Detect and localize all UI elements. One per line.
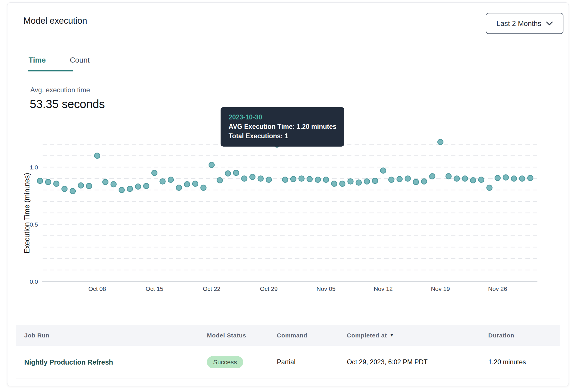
data-point[interactable] <box>283 177 288 183</box>
column-header-model-status: Model Status <box>207 332 277 339</box>
data-point[interactable] <box>323 177 329 183</box>
x-tick-label: Oct 08 <box>88 285 106 292</box>
table-header-row: Job Run Model Status Command Completed a… <box>16 325 560 346</box>
data-point[interactable] <box>70 189 75 194</box>
y-axis-title: Execution Time (minutes) <box>23 173 31 253</box>
data-point[interactable] <box>54 181 59 187</box>
status-badge: Success <box>207 356 243 368</box>
x-tick-label: Nov 19 <box>431 285 450 292</box>
data-point[interactable] <box>86 183 92 189</box>
data-point[interactable] <box>242 176 247 181</box>
job-run-link[interactable]: Nightly Production Refresh <box>24 358 113 366</box>
data-point[interactable] <box>160 179 165 184</box>
x-tick-label: Nov 26 <box>488 285 507 292</box>
column-header-job-run: Job Run <box>24 332 207 339</box>
tooltip-avg-execution-time: AVG Execution Time: 1.20 minutes <box>229 122 336 131</box>
y-tick-label: 1.0 <box>30 164 38 171</box>
data-point[interactable] <box>397 177 402 182</box>
data-point[interactable] <box>487 185 492 191</box>
data-point[interactable] <box>405 176 411 181</box>
data-point[interactable] <box>258 176 263 181</box>
data-point[interactable] <box>225 171 231 176</box>
data-point[interactable] <box>389 177 394 183</box>
tooltip-date: 2023-10-30 <box>229 112 336 122</box>
data-point[interactable] <box>143 183 149 189</box>
data-point[interactable] <box>503 175 509 180</box>
data-point[interactable] <box>495 175 500 181</box>
data-point[interactable] <box>119 187 125 193</box>
data-point[interactable] <box>511 176 517 181</box>
data-point[interactable] <box>233 170 239 176</box>
data-point[interactable] <box>152 170 157 176</box>
data-point[interactable] <box>356 180 361 185</box>
x-tick-label: Nov 05 <box>317 285 336 292</box>
chart-tooltip: 2023-10-30 AVG Execution Time: 1.20 minu… <box>221 107 344 147</box>
data-point[interactable] <box>381 168 386 173</box>
column-header-completed-at[interactable]: Completed at▼ <box>347 332 488 339</box>
data-point[interactable] <box>331 181 337 187</box>
command-cell: Partial <box>277 358 347 366</box>
table-row: Nightly Production Refresh Success Parti… <box>16 346 560 379</box>
data-point[interactable] <box>291 177 296 182</box>
data-point[interactable] <box>429 174 435 179</box>
data-point[interactable] <box>372 178 378 184</box>
tooltip-total-executions: Total Executions: 1 <box>229 131 336 141</box>
data-point[interactable] <box>421 179 427 184</box>
data-point[interactable] <box>135 184 141 189</box>
data-point[interactable] <box>127 186 133 192</box>
data-point[interactable] <box>62 186 67 192</box>
data-point[interactable] <box>184 182 190 187</box>
completed-at-cell: Oct 29, 2023, 6:02 PM PDT <box>347 358 488 366</box>
data-point[interactable] <box>299 176 304 181</box>
data-point[interactable] <box>528 175 533 181</box>
column-header-duration: Duration <box>488 332 560 339</box>
data-point[interactable] <box>438 139 443 145</box>
x-tick-label: Nov 12 <box>374 285 393 292</box>
duration-cell: 1.20 minutes <box>488 358 560 366</box>
data-point[interactable] <box>446 174 451 179</box>
data-point[interactable] <box>364 179 370 184</box>
x-tick-label: Oct 29 <box>260 285 278 292</box>
data-point[interactable] <box>176 185 182 191</box>
data-point[interactable] <box>307 177 312 182</box>
data-point[interactable] <box>78 183 84 188</box>
active-tab-underline <box>28 70 73 71</box>
data-point[interactable] <box>111 182 116 187</box>
data-point[interactable] <box>209 162 214 168</box>
data-point[interactable] <box>37 178 43 184</box>
data-point[interactable] <box>348 179 353 184</box>
data-point[interactable] <box>201 185 206 191</box>
data-point[interactable] <box>193 181 198 187</box>
sort-descending-icon: ▼ <box>390 333 394 337</box>
data-point[interactable] <box>519 176 525 181</box>
data-point[interactable] <box>470 178 476 183</box>
data-point[interactable] <box>217 178 223 183</box>
data-point[interactable] <box>250 174 255 180</box>
data-point[interactable] <box>413 179 419 185</box>
x-tick-label: Oct 22 <box>203 285 221 292</box>
data-point[interactable] <box>479 177 484 183</box>
data-point[interactable] <box>95 153 100 159</box>
data-point[interactable] <box>462 176 468 181</box>
data-point[interactable] <box>454 176 459 181</box>
data-point[interactable] <box>168 177 173 183</box>
x-tick-label: Oct 15 <box>145 285 163 292</box>
data-point[interactable] <box>340 181 345 187</box>
data-point[interactable] <box>103 179 108 185</box>
y-tick-label: 0.0 <box>30 278 38 285</box>
column-header-command: Command <box>277 332 347 339</box>
data-point[interactable] <box>45 179 51 185</box>
data-point[interactable] <box>315 177 321 183</box>
data-point[interactable] <box>266 177 271 183</box>
